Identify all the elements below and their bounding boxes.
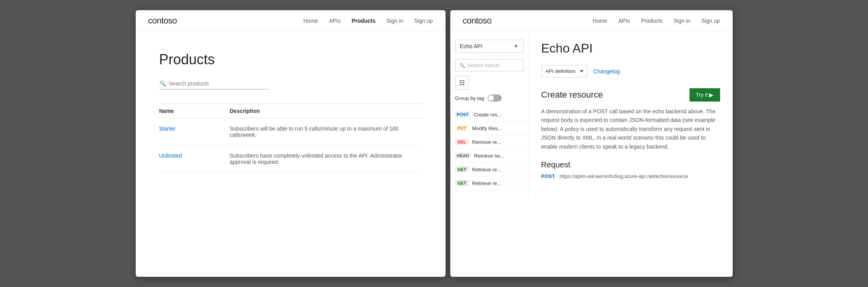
left-nav-apis[interactable]: APIs — [329, 18, 341, 24]
group-by-tag-switch[interactable] — [488, 94, 502, 102]
right-nav-products[interactable]: Products — [641, 18, 662, 24]
method-name-2: Remove re... — [472, 139, 501, 145]
method-item-del[interactable]: DEL Remove re... — [450, 135, 528, 149]
screen-left: contoso Home APIs Products Sign in Sign … — [136, 10, 446, 277]
left-nav: contoso Home APIs Products Sign in Sign … — [136, 10, 446, 32]
api-selector-label: Echo API — [460, 43, 483, 49]
chevron-down-icon: ▼ — [514, 44, 519, 49]
method-badge-put: PUT — [455, 125, 469, 131]
col-header-description: Description — [230, 104, 422, 118]
request-title: Request — [541, 160, 720, 169]
method-list: POST Create res... PUT Modify Res... DEL… — [450, 108, 528, 190]
screen-right: contoso Home APIs Products Sign in Sign … — [450, 10, 733, 277]
product-desc-unlimited: Subscribers have completely unlimited ac… — [230, 145, 422, 173]
filter-icon: ☷ — [459, 79, 465, 87]
right-nav-signin[interactable]: Sign in — [673, 18, 690, 24]
method-name-3: Retrieve he... — [474, 153, 504, 159]
changelog-link[interactable]: Changelog — [593, 68, 620, 74]
screens-container: contoso Home APIs Products Sign in Sign … — [136, 10, 733, 277]
method-item-get-5[interactable]: GET Retrieve re... — [450, 176, 528, 190]
method-badge-post: POST — [455, 111, 471, 118]
method-badge-get-5: GET — [455, 180, 469, 186]
method-item-post[interactable]: POST Create res... — [450, 108, 528, 122]
right-body: Echo API ▼ 🔍 Search operat... ☷ Group by… — [450, 32, 733, 198]
method-item-head[interactable]: HEAD Retrieve he... — [450, 149, 528, 163]
api-controls: API definition Changelog — [541, 65, 720, 77]
page-title: Products — [159, 51, 422, 68]
table-row: Starter Subscribers will be able to run … — [159, 118, 422, 145]
request-url: POST https://apim-a4ceernmfu5og.azure-ap… — [541, 173, 720, 179]
right-nav-links: Home APIs Products Sign in Sign up — [593, 18, 720, 24]
api-main-content: Echo API API definition Changelog Create… — [529, 32, 733, 198]
search-container: 🔍 — [159, 80, 269, 89]
method-item-put[interactable]: PUT Modify Res... — [450, 122, 528, 135]
group-by-tag-toggle: Group by tag — [450, 94, 528, 102]
product-link-unlimited[interactable]: Unlimited — [159, 153, 182, 159]
api-def-select[interactable]: API definition — [541, 65, 587, 77]
api-selector[interactable]: Echo API ▼ — [455, 40, 524, 53]
request-url-text: https://apim-a4ceernmfu5og.azure-api.net… — [560, 173, 688, 179]
group-by-tag-label: Group by tag — [455, 95, 484, 101]
left-nav-signin[interactable]: Sign in — [386, 18, 403, 24]
col-header-name: Name — [159, 104, 230, 118]
right-nav: contoso Home APIs Products Sign in Sign … — [450, 10, 733, 32]
method-badge-get-4: GET — [455, 166, 469, 173]
left-nav-products[interactable]: Products — [352, 18, 376, 24]
product-desc-starter: Subscribers will be able to run 5 calls/… — [230, 118, 422, 145]
method-badge-head: HEAD — [455, 153, 471, 159]
left-nav-home[interactable]: Home — [304, 18, 318, 24]
api-sidebar: Echo API ▼ 🔍 Search operat... ☷ Group by… — [450, 32, 529, 198]
product-link-starter[interactable]: Starter — [159, 125, 176, 132]
section-title: Create resource — [541, 90, 603, 100]
search-icon: 🔍 — [159, 80, 166, 87]
section-desc: A demonstration of a POST call based on … — [541, 107, 720, 151]
method-name-4: Retrieve re... — [472, 167, 501, 173]
section-header: Create resource Try it ▶ — [541, 88, 720, 102]
sidebar-search-placeholder: Search operat... — [468, 62, 504, 68]
request-method: POST — [541, 173, 555, 179]
left-main-content: Products 🔍 Name Description Starter Subs… — [136, 32, 446, 192]
method-badge-del: DEL — [455, 139, 469, 145]
method-item-get-4[interactable]: GET Retrieve re... — [450, 163, 528, 176]
method-name-5: Retrieve re... — [472, 180, 501, 186]
filter-button[interactable]: ☷ — [455, 76, 469, 90]
sidebar-search-icon: 🔍 — [459, 63, 465, 68]
right-nav-home[interactable]: Home — [593, 18, 607, 24]
search-input[interactable] — [169, 80, 269, 87]
api-title: Echo API — [541, 41, 720, 56]
method-name-0: Create res... — [473, 112, 502, 118]
left-nav-signup[interactable]: Sign up — [414, 18, 433, 24]
method-name-1: Modify Res... — [472, 125, 502, 131]
left-logo: contoso — [148, 16, 177, 26]
try-it-button[interactable]: Try it ▶ — [690, 88, 720, 102]
products-table: Name Description Starter Subscribers wil… — [159, 104, 422, 173]
right-nav-signup[interactable]: Sign up — [701, 18, 720, 24]
left-nav-links: Home APIs Products Sign in Sign up — [304, 18, 433, 24]
sidebar-search-box[interactable]: 🔍 Search operat... — [455, 59, 524, 71]
table-row: Unlimited Subscribers have completely un… — [159, 145, 422, 173]
right-nav-apis[interactable]: APIs — [618, 18, 630, 24]
right-logo: contoso — [463, 16, 492, 26]
